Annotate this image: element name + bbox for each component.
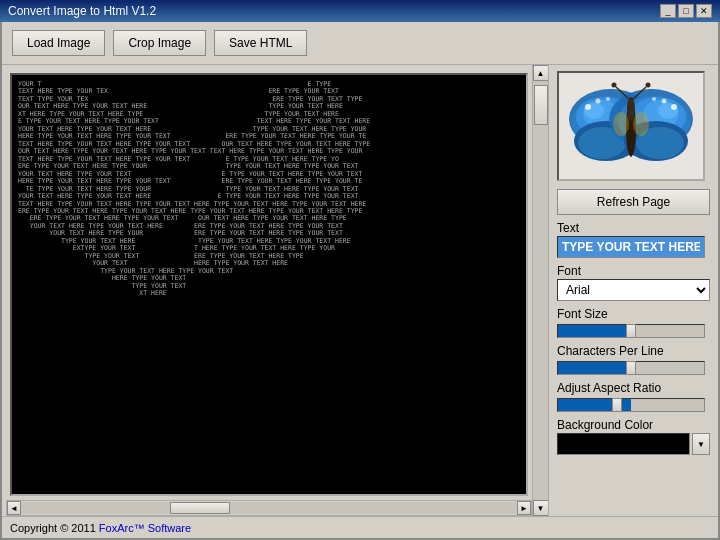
aspect-ratio-slider[interactable] xyxy=(557,398,705,412)
bg-color-section: Background Color ▼ xyxy=(557,418,710,455)
bg-color-label: Background Color xyxy=(557,418,710,432)
h-scroll-thumb[interactable] xyxy=(170,502,230,514)
status-bar: Copyright © 2011 FoxArc™ Software xyxy=(2,516,718,538)
butterfly-image xyxy=(566,79,696,174)
aspect-ratio-section: Adjust Aspect Ratio xyxy=(557,381,710,412)
window-title: Convert Image to Html V1.2 xyxy=(8,4,156,18)
svg-point-6 xyxy=(596,98,601,103)
canvas-inner: YOUR T E TYPE TEXT HERE TYPE YOUR TEX ER… xyxy=(12,75,526,495)
font-size-section: Font Size xyxy=(557,307,710,338)
color-picker-container: ▼ xyxy=(557,433,710,455)
canvas-section: YOUR T E TYPE TEXT HERE TYPE YOUR TEX ER… xyxy=(2,65,548,516)
font-select[interactable]: Arial Courier New Times New Roman xyxy=(557,279,710,301)
scroll-up-button[interactable]: ▲ xyxy=(533,65,549,81)
text-section: Text xyxy=(557,221,710,258)
svg-point-16 xyxy=(662,98,667,103)
svg-point-23 xyxy=(612,82,617,87)
chars-per-line-section: Characters Per Line xyxy=(557,344,710,375)
refresh-page-button[interactable]: Refresh Page xyxy=(557,189,710,215)
svg-point-25 xyxy=(646,82,651,87)
v-scroll-thumb[interactable] xyxy=(534,85,548,125)
copyright-text: Copyright © 2011 xyxy=(10,522,96,534)
chars-per-line-label: Characters Per Line xyxy=(557,344,710,358)
scroll-right-button[interactable]: ► xyxy=(517,501,531,515)
font-select-container: Arial Courier New Times New Roman xyxy=(557,279,710,301)
color-swatch[interactable] xyxy=(557,433,690,455)
svg-point-17 xyxy=(652,97,656,101)
toolbar: Load Image Crop Image Save HTML xyxy=(2,22,718,65)
right-panel: Refresh Page Text Font Arial Courier New… xyxy=(548,65,718,516)
minimize-button[interactable]: _ xyxy=(660,4,676,18)
h-scroll-track xyxy=(21,502,517,514)
svg-point-15 xyxy=(671,104,677,110)
font-size-label: Font Size xyxy=(557,307,710,321)
save-html-button[interactable]: Save HTML xyxy=(214,30,307,56)
aspect-ratio-label: Adjust Aspect Ratio xyxy=(557,381,710,395)
scroll-left-button[interactable]: ◄ xyxy=(7,501,21,515)
color-dropdown-arrow[interactable]: ▼ xyxy=(692,433,710,455)
svg-point-26 xyxy=(613,112,629,136)
svg-point-7 xyxy=(606,97,610,101)
canvas-area[interactable]: YOUR T E TYPE TEXT HERE TYPE YOUR TEX ER… xyxy=(10,73,528,496)
maximize-button[interactable]: □ xyxy=(678,4,694,18)
crop-image-button[interactable]: Crop Image xyxy=(113,30,206,56)
company-link[interactable]: FoxArc™ Software xyxy=(99,522,191,534)
font-size-slider[interactable] xyxy=(557,324,705,338)
font-section: Font Arial Courier New Times New Roman xyxy=(557,264,710,301)
text-label: Text xyxy=(557,221,710,235)
svg-point-5 xyxy=(585,104,591,110)
svg-point-27 xyxy=(633,112,649,136)
text-art-display: YOUR T E TYPE TEXT HERE TYPE YOUR TEX ER… xyxy=(18,81,520,298)
main-window: Load Image Crop Image Save HTML YOUR T E… xyxy=(0,22,720,540)
title-bar-controls: _ □ ✕ xyxy=(660,4,712,18)
content-area: YOUR T E TYPE TEXT HERE TYPE YOUR TEX ER… xyxy=(2,65,718,516)
scroll-down-button[interactable]: ▼ xyxy=(533,500,549,516)
close-button[interactable]: ✕ xyxy=(696,4,712,18)
v-scroll-track xyxy=(533,81,549,500)
vertical-scrollbar: ▲ ▼ xyxy=(532,65,548,516)
text-input[interactable] xyxy=(557,236,705,258)
font-label: Font xyxy=(557,264,710,278)
title-bar: Convert Image to Html V1.2 _ □ ✕ xyxy=(0,0,720,22)
horizontal-scrollbar[interactable]: ◄ ► xyxy=(6,500,532,516)
chars-per-line-slider[interactable] xyxy=(557,361,705,375)
image-preview xyxy=(557,71,705,181)
load-image-button[interactable]: Load Image xyxy=(12,30,105,56)
